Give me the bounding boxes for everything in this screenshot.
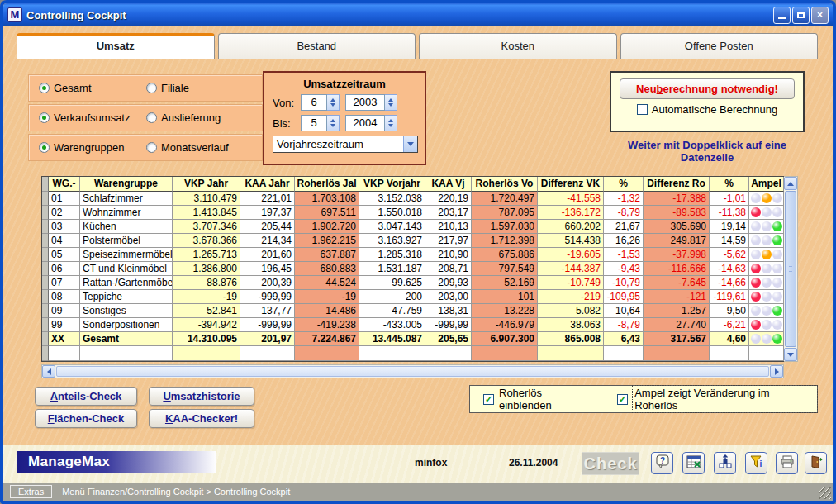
scroll-left-icon[interactable] bbox=[42, 365, 55, 378]
von-month-input[interactable]: 6 bbox=[301, 94, 327, 111]
cell: 7.224.867 bbox=[295, 332, 359, 346]
filter-button[interactable]: i bbox=[745, 452, 767, 474]
ampel-green-icon bbox=[772, 292, 782, 302]
tab-kosten[interactable]: Kosten bbox=[419, 33, 617, 59]
table-row[interactable]: 06CT und Kleinmöbel1.386.800196,45680.88… bbox=[42, 262, 783, 276]
table-row[interactable]: 08Teppiche-19-999,99-19200203,00101-219-… bbox=[42, 290, 783, 304]
ampel-green-icon bbox=[772, 264, 782, 273]
roherloes-toggle[interactable]: ✓ Roherlös einblenden bbox=[483, 387, 597, 411]
data-grid-wrap: WG.-WarengruppeVKP JahrKAA JahrRoherlös … bbox=[41, 176, 798, 362]
tab-umsatz[interactable]: Umsatz bbox=[17, 33, 215, 59]
tab-offene-posten[interactable]: Offene Posten bbox=[620, 33, 819, 59]
cell bbox=[749, 262, 784, 276]
radio-auslieferung[interactable]: Auslieferung bbox=[146, 112, 221, 124]
table-row[interactable]: 03Küchen3.707.346205,441.902.7203.047.14… bbox=[42, 220, 783, 234]
radio-gesamt[interactable]: Gesamt bbox=[39, 82, 92, 94]
cell bbox=[604, 346, 644, 361]
vertical-scroll-thumb[interactable] bbox=[785, 191, 796, 347]
app-icon: M bbox=[7, 7, 22, 22]
extras-button[interactable]: Extras bbox=[10, 485, 52, 498]
radio-group-2: WarengruppenMonatsverlauf bbox=[28, 134, 263, 161]
cell: 04 bbox=[49, 234, 80, 248]
help-button[interactable]: ? bbox=[651, 452, 673, 474]
exit-button[interactable] bbox=[805, 452, 827, 474]
tab-strip: UmsatzBestandKostenOffene Posten bbox=[17, 33, 818, 59]
table-row[interactable]: 05Speisezimmermöbel1.265.713201,60637.88… bbox=[42, 248, 783, 262]
cell: 1.265.713 bbox=[173, 248, 240, 262]
cell bbox=[749, 276, 784, 290]
scroll-right-icon[interactable] bbox=[770, 365, 783, 378]
ampel-checkbox[interactable]: ✓ bbox=[617, 394, 628, 405]
exit-icon bbox=[809, 454, 824, 473]
bis-month-input[interactable]: 5 bbox=[301, 115, 327, 131]
von-year-input[interactable]: 2003 bbox=[345, 94, 385, 111]
ampel-red-icon bbox=[751, 334, 761, 344]
cell: 317.567 bbox=[644, 332, 710, 346]
check-logo: Check bbox=[582, 452, 639, 475]
radio-label: Gesamt bbox=[54, 82, 92, 94]
action-fl-chen-check[interactable]: Flächen-Check bbox=[35, 409, 137, 428]
scroll-up-icon[interactable] bbox=[784, 177, 797, 190]
horizontal-scrollbar[interactable] bbox=[41, 364, 784, 378]
table-row[interactable]: 99Sonderpositionen-394.942-999,99-419.23… bbox=[42, 318, 783, 332]
cell: 637.887 bbox=[295, 248, 359, 262]
radio-monatsverlauf[interactable]: Monatsverlauf bbox=[146, 141, 229, 154]
table-filler-row bbox=[42, 346, 783, 361]
chevron-down-icon[interactable] bbox=[403, 136, 417, 152]
printer-button[interactable] bbox=[776, 452, 798, 474]
ampel-orange-icon bbox=[762, 278, 772, 288]
cell: 14.486 bbox=[295, 304, 359, 318]
cell: Teppiche bbox=[80, 290, 173, 304]
von-month-stepper[interactable] bbox=[327, 94, 340, 111]
ampel-toggle[interactable]: ✓ Ampel zeigt Veränderung im Roherlös bbox=[617, 386, 817, 412]
bis-year-stepper[interactable] bbox=[385, 115, 397, 131]
radio-filiale[interactable]: Filiale bbox=[146, 82, 189, 94]
scroll-down-icon[interactable] bbox=[784, 348, 797, 361]
cell bbox=[749, 346, 784, 361]
table-row[interactable]: XXGesamt14.310.095201,977.224.86713.445.… bbox=[42, 332, 783, 346]
ampel-red-icon bbox=[751, 235, 761, 245]
action-umsatzhistorie[interactable]: Umsatzhistorie bbox=[149, 387, 254, 406]
action-kaa-checker-[interactable]: KAA-Checker! bbox=[149, 409, 254, 428]
cell bbox=[359, 346, 425, 361]
cell: 3.047.143 bbox=[359, 220, 425, 234]
cell: XX bbox=[49, 332, 80, 346]
bis-month-stepper[interactable] bbox=[327, 115, 340, 131]
filter-icon: i bbox=[749, 454, 764, 473]
cell: -41.558 bbox=[538, 192, 604, 206]
spreadsheet-button[interactable] bbox=[682, 452, 705, 474]
row-selector bbox=[42, 332, 49, 346]
von-year-stepper[interactable] bbox=[385, 94, 397, 111]
row-selector bbox=[42, 248, 49, 262]
resize-grip-icon[interactable] bbox=[819, 487, 831, 499]
comparison-select[interactable]: Vorjahreszeitraum bbox=[273, 136, 418, 153]
radio-warengruppen[interactable]: Warengruppen bbox=[39, 141, 125, 154]
hierarchy-icon bbox=[718, 454, 733, 473]
table-row[interactable]: 07Rattan-/Gartenmöbel88.876200,3944.5249… bbox=[42, 276, 783, 290]
ampel-red-icon bbox=[751, 221, 761, 231]
close-button[interactable]: × bbox=[811, 7, 829, 24]
horizontal-scroll-thumb[interactable] bbox=[56, 366, 769, 377]
table-row[interactable]: 02Wohnzimmer1.413.845197,37697.5111.550.… bbox=[42, 206, 783, 220]
auto-calc-checkbox[interactable] bbox=[637, 104, 648, 115]
cell: 02 bbox=[49, 206, 80, 220]
tab-bestand[interactable]: Bestand bbox=[218, 33, 416, 59]
minimize-button[interactable] bbox=[773, 7, 791, 24]
row-selector bbox=[42, 206, 49, 220]
table-row[interactable]: 09Sonstiges52.841137,7714.48647.759138,3… bbox=[42, 304, 783, 318]
cell: 660.202 bbox=[538, 220, 604, 234]
radio-verkaufsumsatz[interactable]: Verkaufsumsatz bbox=[39, 112, 131, 124]
radio-icon bbox=[146, 142, 157, 153]
hierarchy-button[interactable] bbox=[714, 452, 736, 474]
roherloes-checkbox[interactable]: ✓ bbox=[483, 394, 494, 405]
table-row[interactable]: 04Polstermöbel3.678.366214,341.962.2153.… bbox=[42, 234, 783, 248]
cell: 07 bbox=[49, 276, 80, 290]
recalculate-button[interactable]: Neuberechnung notwendig! bbox=[620, 78, 795, 99]
action-anteils-check[interactable]: Anteils-Check bbox=[35, 387, 137, 406]
ampel-green-icon bbox=[772, 306, 782, 316]
cell bbox=[644, 346, 710, 361]
bis-year-input[interactable]: 2004 bbox=[345, 115, 385, 131]
table-row[interactable]: 01Schlafzimmer3.110.479221,011.703.1083.… bbox=[42, 192, 783, 206]
maximize-button[interactable] bbox=[792, 7, 810, 24]
vertical-scrollbar[interactable] bbox=[784, 176, 798, 362]
